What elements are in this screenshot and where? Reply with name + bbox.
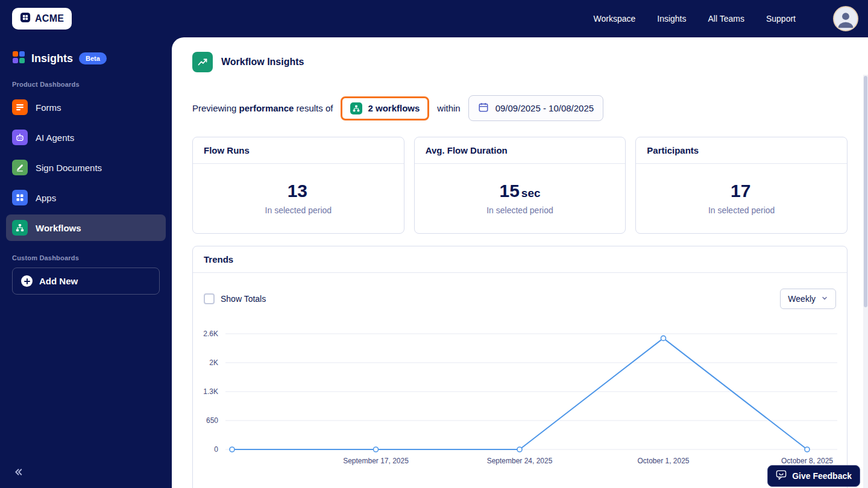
sidebar-item-apps[interactable]: Apps (6, 184, 166, 211)
beta-badge: Beta (79, 52, 107, 64)
add-new-label: Add New (39, 276, 78, 286)
stat-card-title: Participants (636, 137, 847, 164)
stat-card-body: 17 In selected period (636, 164, 847, 233)
show-totals-checkbox[interactable] (204, 293, 215, 304)
feedback-bubble-icon (776, 470, 787, 482)
stat-number: 13 (288, 181, 307, 201)
sidebar-title: Insights (31, 52, 73, 65)
add-new-button[interactable]: Add New (12, 267, 160, 295)
preview-text-suffix: results of (297, 103, 333, 113)
stat-subtitle: In selected period (486, 205, 553, 215)
give-feedback-button[interactable]: Give Feedback (767, 465, 860, 487)
apps-icon (12, 190, 28, 205)
svg-text:October 8, 2025: October 8, 2025 (781, 457, 833, 465)
stat-card-flow-runs: Flow Runs 13 In selected period (192, 137, 404, 234)
sidebar-item-ai-agents[interactable]: AI Agents (6, 124, 166, 151)
page-title: Workflow Insights (221, 57, 304, 67)
acme-logo-icon (20, 12, 31, 25)
stat-card-title: Avg. Flow Duration (415, 137, 626, 164)
section-label-custom-dashboards: Custom Dashboards (12, 254, 160, 261)
svg-text:September 24, 2025: September 24, 2025 (487, 457, 553, 465)
nav-workspace[interactable]: Workspace (593, 14, 635, 23)
nav-insights[interactable]: Insights (657, 14, 686, 23)
scrollbar-thumb[interactable] (864, 76, 867, 307)
workflow-insights-icon (192, 52, 213, 72)
workflows-mini-icon (350, 102, 362, 114)
trends-title: Trends (193, 246, 847, 273)
workflows-icon (12, 220, 28, 236)
top-navigation: Workspace Insights All Teams Support (593, 6, 858, 31)
nav-all-teams[interactable]: All Teams (708, 14, 744, 23)
stat-card-title: Flow Runs (193, 137, 404, 164)
stat-card-participants: Participants 17 In selected period (635, 137, 848, 234)
stat-subtitle: In selected period (265, 205, 332, 215)
user-avatar[interactable] (833, 6, 858, 31)
preview-text-bold: performance (239, 103, 294, 113)
stat-number: 17 (731, 181, 750, 201)
scrollbar[interactable] (863, 75, 868, 488)
sidebar-header: Insights Beta (6, 47, 166, 67)
sidebar-item-label: Apps (36, 193, 56, 203)
collapse-sidebar-icon[interactable] (13, 467, 24, 480)
within-label: within (437, 103, 460, 113)
preview-text: Previewing performance results of (192, 103, 333, 113)
stat-value: 15sec (499, 182, 540, 200)
sidebar-item-workflows[interactable]: Workflows (6, 214, 166, 241)
trends-controls: Show Totals Weekly (193, 273, 847, 311)
section-label-product-dashboards: Product Dashboards (12, 81, 160, 88)
trends-line-chart: 06501.3K2K2.6KSeptember 17, 2025Septembe… (203, 326, 837, 472)
svg-text:2K: 2K (209, 358, 218, 367)
trends-chart-area: 06501.3K2K2.6KSeptember 17, 2025Septembe… (193, 311, 847, 472)
feedback-label: Give Feedback (792, 471, 852, 481)
insights-logo-icon (12, 51, 25, 66)
sidebar-item-sign-documents[interactable]: Sign Documents (6, 154, 166, 181)
stats-row: Flow Runs 13 In selected period Avg. Flo… (172, 137, 868, 234)
sidebar-item-forms[interactable]: Forms (6, 94, 166, 120)
period-select-dropdown[interactable]: Weekly (780, 289, 836, 309)
calendar-icon (478, 102, 489, 114)
period-select-value: Weekly (788, 294, 816, 304)
svg-text:2.6K: 2.6K (203, 330, 218, 338)
stat-unit: sec (521, 187, 541, 199)
svg-text:October 1, 2025: October 1, 2025 (637, 457, 689, 465)
stat-subtitle: In selected period (708, 205, 775, 215)
acme-logo[interactable]: ACME (12, 8, 72, 30)
workflows-selector-button[interactable]: 2 workflows (341, 96, 429, 120)
svg-text:650: 650 (206, 416, 218, 425)
forms-icon (12, 99, 28, 115)
main-panel: Workflow Insights Previewing performance… (172, 37, 868, 488)
preview-text-prefix: Previewing (192, 103, 236, 113)
sidebar: Insights Beta Product Dashboards Forms A… (0, 37, 172, 488)
stat-card-avg-flow-duration: Avg. Flow Duration 15sec In selected per… (414, 137, 626, 234)
stat-card-body: 13 In selected period (193, 164, 404, 233)
acme-logo-text: ACME (35, 13, 64, 24)
sign-documents-icon (12, 160, 28, 175)
sidebar-item-label: AI Agents (36, 133, 74, 143)
topbar: ACME Workspace Insights All Teams Suppor… (0, 0, 868, 37)
preview-row: Previewing performance results of 2 work… (172, 95, 868, 121)
page-header: Workflow Insights (172, 37, 868, 72)
trends-card: Trends Show Totals Weekly 06501.3K2K2.6K… (192, 246, 848, 488)
plus-icon (21, 275, 33, 287)
ai-agents-icon (12, 130, 28, 145)
date-range-value: 09/09/2025 - 10/08/2025 (495, 103, 594, 113)
svg-text:1.3K: 1.3K (203, 387, 218, 396)
stat-card-body: 15sec In selected period (415, 164, 626, 233)
chevron-down-icon (821, 294, 828, 304)
sidebar-item-label: Workflows (36, 223, 81, 233)
sidebar-item-label: Sign Documents (36, 163, 102, 173)
show-totals-control: Show Totals (204, 293, 266, 304)
svg-text:0: 0 (214, 445, 218, 454)
sidebar-item-label: Forms (36, 102, 61, 113)
svg-text:September 17, 2025: September 17, 2025 (343, 457, 409, 465)
stat-number: 15 (499, 181, 519, 201)
nav-support[interactable]: Support (766, 14, 796, 23)
workflows-selector-label: 2 workflows (368, 103, 420, 113)
show-totals-label: Show Totals (221, 294, 266, 304)
stat-value: 17 (731, 182, 752, 200)
date-range-button[interactable]: 09/09/2025 - 10/08/2025 (468, 95, 603, 121)
stat-value: 13 (288, 182, 309, 200)
